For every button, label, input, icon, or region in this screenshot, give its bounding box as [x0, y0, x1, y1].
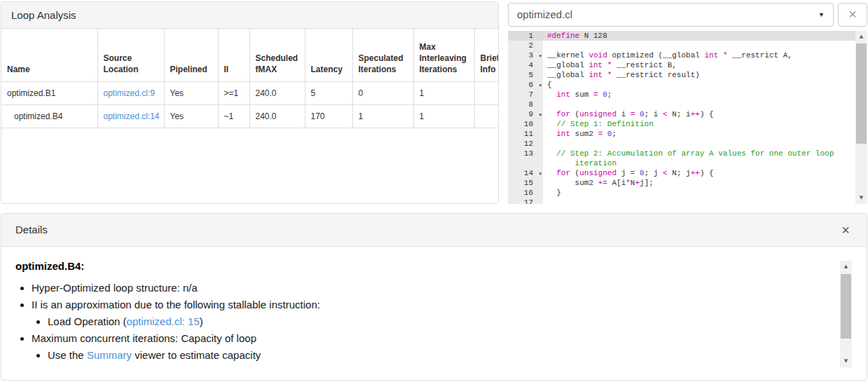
code-token: __restrict A, — [727, 51, 792, 60]
code-token — [547, 159, 575, 168]
code-scrollbar-thumb[interactable] — [856, 43, 867, 144]
code-token — [602, 130, 607, 138]
code-token: ( — [570, 110, 579, 118]
code-line: 8 — [508, 100, 855, 109]
table-cell-ii: >=1 — [218, 81, 249, 104]
details-list: Hyper-Optimized loop structure: n/aII is… — [32, 282, 825, 360]
code-token: ; — [607, 90, 612, 99]
details-panel: Details × optimized.B4: Hyper-Optimized … — [1, 213, 867, 381]
column-header: Name — [1, 29, 97, 81]
column-header: Latency — [305, 29, 352, 81]
line-number-gutter: 11 — [508, 129, 543, 139]
details-link[interactable]: optimized.cl: 15 — [127, 315, 200, 327]
code-token — [547, 90, 556, 99]
column-header: Source Location — [97, 29, 164, 81]
code-fold-icon[interactable]: ▾ — [539, 169, 542, 179]
details-list-item: Hyper-Optimized loop structure: n/a — [32, 282, 825, 293]
code-token: 0 — [640, 169, 645, 177]
table-cell-scheduled_fmax: 240.0 — [249, 104, 305, 128]
table-cell-speculated_iterations: 1 — [352, 104, 413, 128]
code-token: // Step 1: Definition — [556, 120, 654, 128]
code-editor: 1#define N 12823▾__kernel void optimized… — [508, 31, 867, 204]
table-row[interactable]: optimized.B4optimized.cl:14Yes~1240.0170… — [1, 104, 498, 128]
code-token — [718, 51, 723, 60]
code-token: __global — [547, 71, 588, 79]
file-select[interactable]: optimized.cl ▼ — [508, 3, 834, 27]
line-number-gutter: 2 — [508, 41, 543, 50]
table-row[interactable]: optimized.B1optimized.cl:9Yes>=1240.0501 — [1, 81, 498, 104]
details-title: Details — [15, 214, 48, 246]
code-token: ( — [570, 169, 579, 177]
code-token: int — [588, 71, 602, 79]
code-token: #define — [547, 32, 579, 40]
code-scrollbar[interactable]: ▲ ▼ — [855, 31, 867, 204]
details-scrollbar[interactable]: ▲ ▼ — [840, 261, 852, 367]
code-line: 12 — [508, 139, 855, 149]
table-cell-brief_info — [474, 81, 498, 104]
code-line: 1#define N 128 — [508, 31, 855, 41]
code-token: int — [556, 130, 570, 138]
details-body: optimized.B4: Hyper-Optimized loop struc… — [1, 247, 867, 360]
column-header: II — [218, 29, 249, 81]
table-cell-brief_info — [474, 104, 498, 128]
code-close-button[interactable]: × — [838, 3, 867, 27]
line-number-gutter: 12 — [508, 139, 543, 149]
code-token: 0 — [602, 90, 607, 99]
code-token: unsigned — [579, 169, 616, 177]
table-cell-name: optimized.B4 — [1, 104, 97, 128]
code-line: 4__global int * __restrict B, — [508, 60, 855, 70]
table-cell-source_location: optimized.cl:9 — [97, 81, 164, 104]
line-number-gutter: 14▾ — [508, 168, 543, 178]
code-token: N; j — [668, 169, 691, 177]
code-viewer: optimized.cl ▼ × 1#define N 12823▾__kern… — [508, 1, 867, 204]
scroll-up-icon[interactable]: ▲ — [840, 261, 852, 273]
code-token: ++ — [691, 169, 700, 177]
code-fold-icon[interactable]: ▾ — [539, 81, 542, 90]
code-token: iteration — [575, 159, 616, 168]
line-number-gutter: 13 — [508, 149, 543, 158]
code-line: 17 — [508, 198, 855, 204]
loop-analysis-panel: Loop Analysis NameSource LocationPipelin… — [1, 1, 499, 204]
code-token — [602, 61, 607, 69]
code-line-text: int sum = 0; — [543, 90, 855, 100]
code-line: 5__global int * __restrict result) — [508, 70, 855, 80]
details-scrollbar-thumb[interactable] — [841, 274, 851, 339]
details-link[interactable]: Summary — [87, 349, 132, 361]
source-location-link[interactable]: optimized.cl:14 — [104, 111, 160, 121]
chevron-down-icon: ▼ — [818, 4, 825, 26]
details-header: Details × — [1, 214, 867, 247]
code-token: j]; — [640, 179, 654, 187]
scroll-down-icon[interactable]: ▼ — [855, 192, 867, 204]
code-token: ) { — [700, 110, 714, 118]
code-line-text: __global int * __restrict B, — [543, 60, 855, 70]
code-token: __global — [547, 61, 588, 69]
code-line: 13 // Step 2: Accumulation of array A va… — [508, 149, 855, 158]
table-cell-source_location: optimized.cl:14 — [97, 104, 164, 128]
code-line: iteration — [508, 158, 855, 168]
code-token: * — [626, 179, 631, 187]
code-token: ; j — [645, 169, 663, 177]
code-token: __restrict result) — [612, 71, 699, 79]
scroll-up-icon[interactable]: ▲ — [855, 31, 867, 43]
table-cell-latency: 5 — [305, 81, 352, 104]
code-token: sum2 — [570, 130, 598, 138]
details-text: Load Operation ( — [48, 315, 127, 327]
line-number-gutter: 4 — [508, 60, 543, 70]
code-token: for — [556, 169, 570, 177]
code-line-text: #define N 128 — [543, 31, 855, 41]
code-line: 6▾{ — [508, 80, 855, 90]
top-section: Loop Analysis NameSource LocationPipelin… — [1, 1, 867, 204]
line-number-gutter: 8 — [508, 100, 543, 109]
code-fold-icon[interactable]: ▾ — [539, 110, 542, 120]
details-close-icon[interactable]: × — [841, 223, 850, 237]
code-line-text: } — [543, 188, 855, 198]
source-location-link[interactable]: optimized.cl:9 — [104, 88, 155, 98]
code-fold-icon[interactable]: ▾ — [539, 51, 542, 61]
code-line-text — [543, 100, 855, 109]
details-text: Hyper-Optimized loop structure: n/a — [32, 282, 198, 294]
column-header: Scheduled fMAX — [249, 29, 305, 81]
scroll-down-icon[interactable]: ▼ — [840, 355, 852, 367]
details-text: Maximum concurrent iterations: Capacity … — [32, 332, 256, 344]
details-text: viewer to estimate capacity — [132, 349, 261, 361]
details-subject: optimized.B4: — [15, 260, 825, 272]
